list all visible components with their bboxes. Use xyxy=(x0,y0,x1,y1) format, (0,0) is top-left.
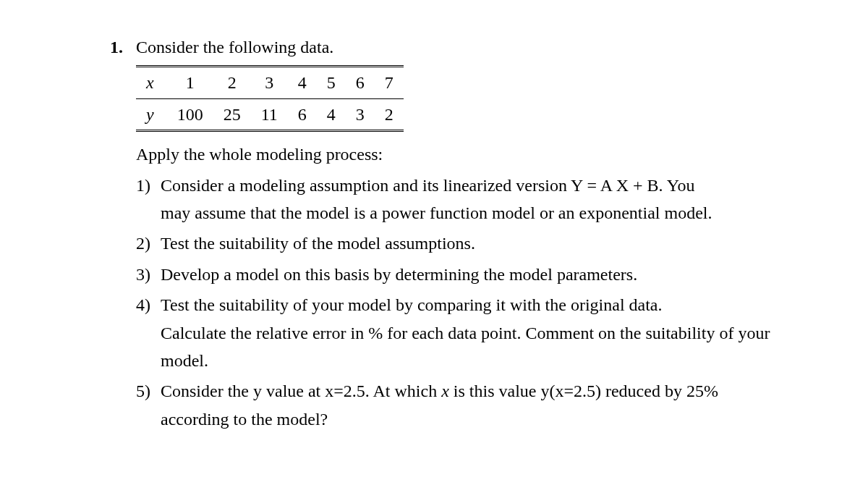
step-number: 4) xyxy=(136,291,161,374)
step-2: 2) Test the suitability of the model ass… xyxy=(136,229,810,257)
x-cell: 4 xyxy=(288,67,317,98)
data-table-wrap: x 1 2 3 4 5 6 7 y 100 25 11 6 xyxy=(136,65,810,132)
step-text: Consider the y value at x=2.5. At which xyxy=(161,382,441,400)
instruction-text: Apply the whole modeling process: xyxy=(136,140,810,168)
step-body: Develop a model on this basis by determi… xyxy=(161,261,810,288)
y-label: y xyxy=(136,98,167,130)
problem-row: 1. Consider the following data. x 1 2 3 … xyxy=(72,33,810,436)
step-text: Test the suitability of your model by co… xyxy=(161,295,663,314)
step-body: Consider a modeling assumption and its l… xyxy=(161,172,810,227)
step-body: Test the suitability of your model by co… xyxy=(161,291,810,374)
step-text: Consider a modeling assumption and its l… xyxy=(161,176,695,195)
table-row-y: y 100 25 11 6 4 3 2 xyxy=(136,98,404,130)
y-cell: 25 xyxy=(213,98,251,130)
y-cell: 6 xyxy=(288,98,317,130)
page: 1. Consider the following data. x 1 2 3 … xyxy=(0,0,868,493)
data-table: x 1 2 3 4 5 6 7 y 100 25 11 6 xyxy=(136,65,404,132)
step-text: according to the model? xyxy=(161,410,328,429)
x-cell: 2 xyxy=(213,67,251,98)
step-text: Test the suitability of the model assump… xyxy=(161,234,475,253)
step-number: 2) xyxy=(136,229,161,257)
step-3: 3) Develop a model on this basis by dete… xyxy=(136,261,810,288)
y-cell: 3 xyxy=(346,98,375,130)
y-cell: 4 xyxy=(317,98,346,130)
step-body: Test the suitability of the model assump… xyxy=(161,229,810,257)
step-number: 5) xyxy=(136,377,161,433)
x-cell: 1 xyxy=(167,67,213,98)
problem-number: 1. xyxy=(72,33,136,61)
x-cell: 7 xyxy=(375,67,404,98)
step-number: 1) xyxy=(136,172,161,227)
problem-content: Consider the following data. x 1 2 3 4 5… xyxy=(136,33,810,436)
y-cell: 11 xyxy=(251,98,288,130)
x-cell: 3 xyxy=(251,67,288,98)
step-5: 5) Consider the y value at x=2.5. At whi… xyxy=(136,377,810,433)
table-row-x: x 1 2 3 4 5 6 7 xyxy=(136,67,404,98)
x-cell: 6 xyxy=(346,67,375,98)
step-body: Consider the y value at x=2.5. At which … xyxy=(161,377,810,433)
step-1: 1) Consider a modeling assumption and it… xyxy=(136,172,810,227)
x-cell: 5 xyxy=(317,67,346,98)
step-text: may assume that the model is a power fun… xyxy=(161,203,712,222)
step-4: 4) Test the suitability of your model by… xyxy=(136,291,810,374)
y-cell: 2 xyxy=(375,98,404,130)
intro-text: Consider the following data. xyxy=(136,33,810,61)
step-text: Calculate the relative error in % for ea… xyxy=(161,324,770,370)
step-text: is this value y(x=2.5) reduced by 25% xyxy=(449,382,718,400)
step-text: Develop a model on this basis by determi… xyxy=(161,265,637,284)
x-label: x xyxy=(136,67,167,98)
y-cell: 100 xyxy=(167,98,213,130)
step-text-italic: x xyxy=(441,382,449,400)
step-number: 3) xyxy=(136,261,161,288)
